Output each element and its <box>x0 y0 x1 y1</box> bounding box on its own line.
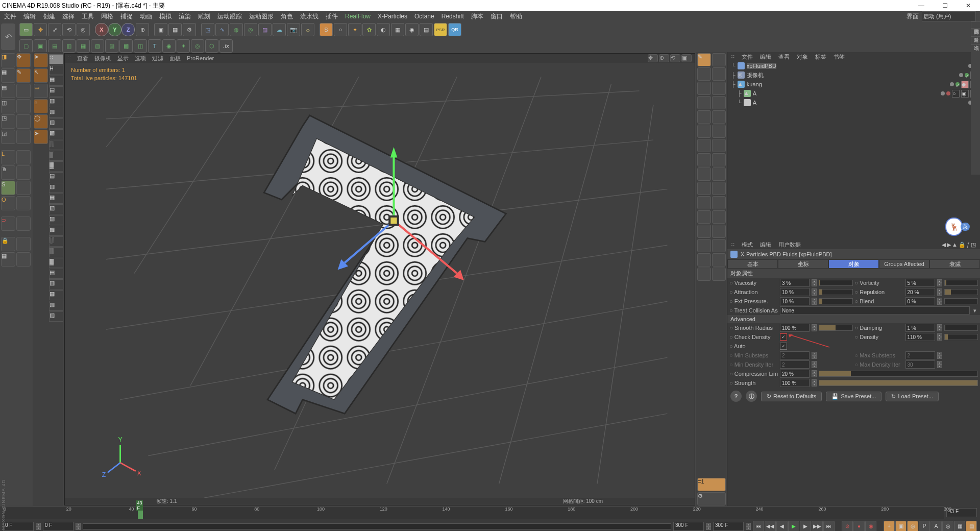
menu-mesh[interactable]: 网格 <box>101 12 113 21</box>
menu-tools[interactable]: 工具 <box>82 12 94 21</box>
tree-row-kuang[interactable]: ├▲ kuang ✓◆▦ <box>727 80 980 89</box>
pal-18[interactable]: ░ <box>49 236 63 247</box>
pal-1[interactable]: ∷ <box>49 54 63 64</box>
spline-icon[interactable]: ∿ <box>215 23 229 36</box>
nullobj-icon[interactable]: ◳ <box>201 23 214 36</box>
spin-comp[interactable]: ▴▾ <box>812 370 817 377</box>
slider-density[interactable] <box>944 334 978 340</box>
objmenu-file[interactable]: 文件 <box>742 53 753 61</box>
lt-9-icon[interactable]: ◲ <box>1 130 15 144</box>
camera-icon[interactable]: 📷 <box>287 23 300 36</box>
tb2-1-icon[interactable]: ▢ <box>19 39 33 53</box>
rec-auto-icon[interactable]: ◉ <box>865 521 876 532</box>
menu-track[interactable]: 运动跟踪 <box>217 12 242 21</box>
menu-realflow[interactable]: RealFlow <box>345 13 371 20</box>
rv2b-icon[interactable] <box>712 67 726 81</box>
val-damp[interactable]: 1 % <box>905 324 935 332</box>
pal-4[interactable]: ▤ <box>49 86 63 96</box>
rv3b-icon[interactable] <box>712 82 726 95</box>
val-blend[interactable]: 0 % <box>905 297 935 305</box>
le-rect-icon[interactable]: ▭ <box>34 84 48 98</box>
rec-key-icon[interactable]: ● <box>853 521 865 532</box>
spin-blend[interactable]: ▴▾ <box>937 298 942 305</box>
rv7a-icon[interactable] <box>697 139 711 152</box>
pal-8[interactable]: ▩ <box>49 129 63 139</box>
rv1a-icon[interactable]: ✎ <box>697 53 711 66</box>
coord-system-icon[interactable]: ⊕ <box>136 23 149 36</box>
timeline-start-in-field[interactable]: 0 F <box>3 522 34 531</box>
slider-attraction[interactable] <box>819 289 853 295</box>
menu-help[interactable]: 帮助 <box>510 12 522 21</box>
val-repulsion[interactable]: 20 % <box>905 288 935 296</box>
key-mode1-icon[interactable]: + <box>884 521 895 532</box>
objmenu-obj[interactable]: 对象 <box>797 53 808 61</box>
play-prevkey-icon[interactable]: ◀◀ <box>765 521 776 532</box>
axis-z-toggle[interactable]: Z <box>121 23 135 36</box>
le-cursor-icon[interactable]: ↖ <box>34 68 48 83</box>
vp-menu-prorender[interactable]: ProRender <box>187 55 214 61</box>
lt-10-icon[interactable] <box>16 130 31 144</box>
val-viscosity[interactable]: 3 % <box>780 279 810 287</box>
load-preset-button[interactable]: ↻Load Preset... <box>886 392 939 401</box>
tb2-14-icon[interactable]: ⬡ <box>205 39 218 53</box>
lt-S-icon[interactable]: S <box>1 181 15 195</box>
rotate-tool-icon[interactable]: ⟲ <box>62 23 76 36</box>
spin-tl1[interactable]: ▴▾ <box>36 523 41 530</box>
plugin5-icon[interactable]: ◐ <box>377 23 390 36</box>
help-icon[interactable]: ? <box>730 391 742 402</box>
tree-row-xpfluid[interactable]: └ xpFluidPBD ✓ <box>727 61 980 70</box>
object-manager[interactable]: └ xpFluidPBD ✓ ├◎ 摄像机 ✓▣ ├▲ kuang ✓◆▦ ├▲… <box>727 61 980 240</box>
attr-nav-up-icon[interactable]: ▲ <box>952 242 958 248</box>
key-mode3-icon[interactable]: ◎ <box>907 521 918 532</box>
pal-13[interactable]: ▥ <box>49 183 63 193</box>
spin-tl3[interactable]: ▴▾ <box>706 523 711 530</box>
rv10b-icon[interactable] <box>712 182 726 195</box>
rv15b-icon[interactable] <box>712 253 726 267</box>
pal-11[interactable]: ▓ <box>49 161 63 172</box>
rv4a-icon[interactable] <box>697 96 711 109</box>
pal-24[interactable]: ▧ <box>49 301 63 311</box>
slider-str[interactable] <box>819 380 978 386</box>
rv11b-icon[interactable] <box>712 196 726 209</box>
val-smooth[interactable]: 100 % <box>780 324 810 332</box>
menu-script[interactable]: 脚本 <box>471 12 483 21</box>
vp-nav-zoom-icon[interactable]: ⊕ <box>659 54 669 62</box>
menu-render[interactable]: 渲染 <box>179 12 191 21</box>
plugin8-icon[interactable]: ▤ <box>420 23 433 36</box>
tab-basic[interactable]: 基本 <box>727 259 778 269</box>
tb2-8-icon[interactable]: ▩ <box>119 39 133 53</box>
rv-gear-icon[interactable]: ⚙ <box>697 492 726 505</box>
lt-mouse-icon[interactable]: 🖱 <box>1 165 15 180</box>
pal-25[interactable]: ▨ <box>49 311 63 322</box>
rv6b-icon[interactable] <box>712 125 726 138</box>
key-mode4-icon[interactable]: ◎ <box>942 521 953 532</box>
spin-damp[interactable]: ▴▾ <box>937 324 942 331</box>
timeline-range-slider[interactable] <box>83 523 671 529</box>
menu-mograph[interactable]: 运动图形 <box>249 12 274 21</box>
rv3a-icon[interactable] <box>697 82 711 95</box>
lt-lock-icon[interactable]: 🔒 <box>1 237 15 251</box>
pal-22[interactable]: ▥ <box>49 279 63 289</box>
a1-tag2-icon[interactable]: ◉ <box>961 90 969 98</box>
tree-row-a2[interactable]: └◎ A ✓ <box>727 98 980 107</box>
pal-12[interactable]: ▤ <box>49 172 63 182</box>
spin-density[interactable]: ▴▾ <box>937 333 942 341</box>
slider-smooth[interactable] <box>819 325 853 331</box>
lt-tex-icon[interactable]: ▦ <box>1 68 15 83</box>
play-prev-icon[interactable]: ◀ <box>776 521 788 532</box>
rv1b-icon[interactable] <box>712 53 726 66</box>
slider-blend[interactable] <box>944 298 978 304</box>
rv9a-icon[interactable] <box>697 167 711 181</box>
menu-anim[interactable]: 动画 <box>140 12 152 21</box>
rv12a-icon[interactable] <box>697 210 711 224</box>
slider-damp[interactable] <box>944 325 978 331</box>
spin-tl2[interactable]: ▴▾ <box>76 523 81 530</box>
vp-menu-filter[interactable]: 过滤 <box>152 55 163 62</box>
rv14a-icon[interactable] <box>697 239 711 252</box>
lt-7-icon[interactable]: ◳ <box>1 114 15 129</box>
attr-func-icon[interactable]: ƒ <box>967 242 970 248</box>
tab-falloff[interactable]: 衰减 <box>929 259 980 269</box>
key-p-icon[interactable]: P <box>919 521 930 532</box>
spin-smooth[interactable]: ▴▾ <box>812 324 817 331</box>
tb2-text-icon[interactable]: T <box>148 39 161 53</box>
